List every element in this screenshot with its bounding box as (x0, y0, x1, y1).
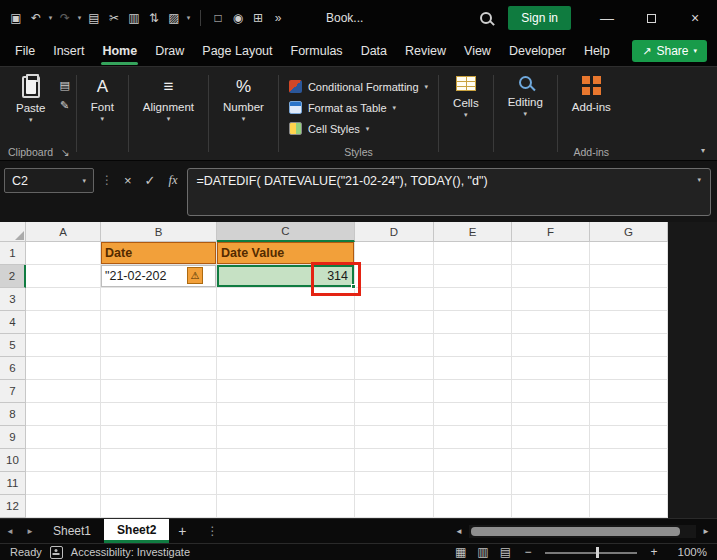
cells-button[interactable]: Cells ▾ (445, 73, 487, 117)
grid-cell[interactable] (512, 357, 590, 380)
horizontal-scrollbar[interactable]: ◄ ► (451, 519, 717, 543)
grid-cell[interactable] (101, 449, 217, 472)
column-header-g[interactable]: G (590, 222, 668, 242)
copy-icon[interactable]: ▤ (84, 11, 104, 25)
grid-cell[interactable] (590, 449, 668, 472)
grid-cell[interactable] (26, 495, 101, 518)
grid-cell[interactable] (101, 357, 217, 380)
sheet-tab-sheet2[interactable]: Sheet2 (104, 519, 169, 543)
grid-cell[interactable] (101, 311, 217, 334)
undo-dropdown-icon[interactable]: ▾ (46, 14, 55, 22)
tab-data[interactable]: Data (352, 36, 396, 66)
grid-cell[interactable] (590, 288, 668, 311)
grid-cell[interactable] (434, 357, 512, 380)
grid-cell[interactable] (434, 426, 512, 449)
grid-cell[interactable] (434, 311, 512, 334)
minimize-button[interactable]: — (585, 0, 629, 36)
tab-view[interactable]: View (455, 36, 500, 66)
scroll-right-icon[interactable]: ► (698, 527, 714, 536)
fill-color-icon[interactable]: ▨ (164, 11, 184, 25)
cell-styles-button[interactable]: Cell Styles ▾ (285, 119, 373, 138)
grid-cell[interactable] (355, 265, 434, 288)
grid-cell[interactable] (590, 495, 668, 518)
sort-icon[interactable]: ⇅ (144, 11, 164, 25)
editing-button[interactable]: Editing ▾ (500, 73, 551, 116)
grid-cell[interactable] (26, 403, 101, 426)
camera-icon[interactable]: ◉ (228, 11, 248, 25)
cell-B2[interactable]: "21-02-202 ⚠ (101, 265, 217, 288)
copy-icon[interactable]: ▤ (59, 79, 69, 94)
tab-help[interactable]: Help (575, 36, 619, 66)
row-header-12[interactable]: 12 (0, 495, 26, 518)
grid-cell[interactable] (434, 495, 512, 518)
qat-more-icon[interactable]: ▾ (184, 14, 193, 22)
grid-cell[interactable] (26, 288, 101, 311)
grid-cell[interactable] (101, 380, 217, 403)
row-header-10[interactable]: 10 (0, 449, 26, 472)
row-header-7[interactable]: 7 (0, 380, 26, 403)
grid-cell[interactable] (355, 380, 434, 403)
row-header-1[interactable]: 1 (0, 242, 26, 265)
row-header-11[interactable]: 11 (0, 472, 26, 495)
select-all-corner[interactable] (0, 222, 26, 242)
share-button[interactable]: ↗ Share ▾ (632, 40, 707, 62)
grid-cell[interactable] (355, 403, 434, 426)
zoom-slider[interactable] (545, 546, 637, 559)
column-header-b[interactable]: B (101, 222, 217, 242)
page-layout-view-icon[interactable]: ▥ (477, 545, 488, 559)
enter-icon[interactable]: ✓ (141, 168, 160, 193)
sheet-nav-right-icon[interactable]: ► (20, 519, 40, 543)
formula-bar-grip-icon[interactable]: ⋮ (99, 168, 115, 193)
scrollbar-track[interactable] (469, 525, 696, 538)
grid-cell[interactable] (434, 472, 512, 495)
cell-B1[interactable]: Date (101, 242, 217, 265)
grid-cell[interactable] (217, 449, 355, 472)
grid-cell[interactable] (217, 380, 355, 403)
grid-cell[interactable] (26, 265, 101, 288)
add-sheet-button[interactable]: + (169, 519, 195, 543)
grid-cell[interactable] (590, 380, 668, 403)
column-header-f[interactable]: F (512, 222, 590, 242)
tab-draw[interactable]: Draw (146, 36, 193, 66)
sheet-tab-sheet1[interactable]: Sheet1 (40, 519, 104, 543)
grid-cell[interactable] (434, 265, 512, 288)
grid-cell[interactable] (434, 334, 512, 357)
grid-cell[interactable] (26, 449, 101, 472)
grid-cell[interactable] (512, 495, 590, 518)
grid-cell[interactable] (434, 403, 512, 426)
grid-cell[interactable] (101, 472, 217, 495)
scroll-left-icon[interactable]: ◄ (451, 527, 467, 536)
clipboard-dialog-launcher-icon[interactable]: ↘ (61, 146, 70, 158)
zoom-level[interactable]: 100% (671, 546, 707, 558)
error-checking-icon[interactable]: ⚠ (187, 267, 203, 284)
tab-review[interactable]: Review (396, 36, 455, 66)
grid-cell[interactable] (434, 242, 512, 265)
row-header-8[interactable]: 8 (0, 403, 26, 426)
grid-cell[interactable] (512, 426, 590, 449)
column-header-d[interactable]: D (355, 222, 434, 242)
grid-cell[interactable] (26, 311, 101, 334)
conditional-formatting-button[interactable]: Conditional Formatting ▾ (285, 77, 432, 96)
grid-cell[interactable] (512, 334, 590, 357)
grid-cell[interactable] (512, 311, 590, 334)
grid-cell[interactable] (512, 242, 590, 265)
scrollbar-thumb[interactable] (471, 527, 680, 536)
sign-in-button[interactable]: Sign in (508, 6, 571, 30)
font-button[interactable]: A Font ▾ (83, 73, 122, 121)
grid-cell[interactable] (355, 242, 434, 265)
tab-formulas[interactable]: Formulas (282, 36, 352, 66)
row-header-9[interactable]: 9 (0, 426, 26, 449)
grid-cell[interactable] (590, 265, 668, 288)
grid-cell[interactable] (101, 288, 217, 311)
grid-cell[interactable] (434, 380, 512, 403)
grid-cell[interactable] (217, 495, 355, 518)
grid-cell[interactable] (217, 334, 355, 357)
grid-cell[interactable] (355, 357, 434, 380)
accessibility-status[interactable]: Accessibility: Investigate (71, 546, 190, 558)
paste-button[interactable]: Paste ▾ (8, 73, 53, 122)
grid-cell[interactable] (355, 449, 434, 472)
document-icon[interactable]: □ (208, 11, 228, 25)
tab-home[interactable]: Home (93, 36, 146, 66)
grid-cell[interactable] (217, 403, 355, 426)
tab-file[interactable]: File (6, 36, 44, 66)
